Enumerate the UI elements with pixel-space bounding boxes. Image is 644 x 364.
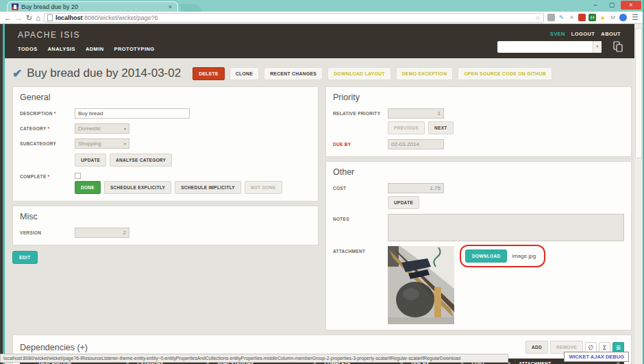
description-input[interactable]: [75, 108, 190, 119]
complete-checkbox[interactable]: [75, 173, 81, 179]
menu-item-analysis[interactable]: ANALYSIS: [48, 46, 75, 52]
category-label: CATEGORY*: [20, 123, 75, 134]
scrollbar-thumb[interactable]: [635, 28, 642, 158]
globe-extension-icon[interactable]: [619, 14, 627, 21]
delete-button[interactable]: DELETE: [193, 67, 225, 80]
subcategory-row: SUBCATEGORY Shopping▾: [20, 138, 311, 149]
entity-title: Buy bread due by 2014-03-02: [27, 66, 181, 80]
previous-button: PREVIOUS: [388, 121, 425, 134]
browser-tab[interactable]: Buy bread due by 20 ×: [7, 1, 178, 12]
download-button[interactable]: DOWNLOAD: [465, 250, 507, 263]
subcategory-label: SUBCATEGORY: [20, 138, 75, 149]
header-search: ▾: [497, 41, 602, 53]
menu-item-prototyping[interactable]: PROTOTYPING: [114, 46, 155, 52]
dependencies-title: Dependencies (+): [20, 343, 88, 352]
relative-priority-input: [388, 108, 444, 119]
user-link[interactable]: SVEN: [550, 31, 565, 37]
due-by-row: DUE BY: [333, 139, 624, 149]
cost-label: COST: [333, 183, 388, 193]
app-header: APACHE ISIS SVEN LOGOUT ABOUT TODOS ANAL…: [0, 24, 644, 58]
menu-item-admin[interactable]: ADMIN: [86, 46, 104, 52]
required-mark: *: [54, 111, 56, 116]
due-by-label: DUE BY: [333, 139, 388, 149]
subcategory-select[interactable]: Shopping▾: [75, 138, 129, 149]
complete-label: COMPLETE*: [20, 171, 75, 179]
version-row: VERSION: [20, 228, 311, 238]
logout-link[interactable]: LOGOUT: [571, 31, 595, 37]
due-by-input: [388, 139, 444, 149]
extension-icon[interactable]: [547, 14, 555, 21]
cost-actions-row: UPDATE: [388, 196, 624, 209]
new-tab-button[interactable]: [179, 4, 201, 12]
bookmark-star-icon[interactable]: ☆: [535, 14, 541, 21]
entity-columns: General DESCRIPTION* CATEGORY* Domestic▾…: [12, 82, 632, 330]
home-icon[interactable]: ⌂: [36, 13, 40, 23]
browser-titlebar: Buy bread due by 20 × – ▢ ×: [0, 0, 644, 12]
other-panel: Other COST UPDATE NOTES ATTACHMENT: [325, 161, 632, 330]
url-path: :8080/wicket/wicket/page?6: [82, 14, 158, 21]
url-bar[interactable]: localhost:8080/wicket/wicket/page?6 ☆: [44, 13, 544, 23]
asterisk-extension-icon[interactable]: ✳: [568, 14, 575, 21]
priority-panel-title: Priority: [333, 93, 624, 102]
page-scrollbar[interactable]: [634, 24, 643, 364]
required-mark: *: [48, 126, 50, 131]
back-icon[interactable]: ←: [4, 13, 12, 23]
url-text: localhost:8080/wicket/wicket/page?6: [55, 14, 158, 21]
notes-label: NOTES: [333, 214, 388, 241]
copy-icon[interactable]: [612, 41, 623, 52]
misc-panel: Misc VERSION: [12, 206, 319, 245]
category-row: CATEGORY* Domestic▾: [20, 123, 311, 134]
analyse-category-button[interactable]: ANALYSE CATEGORY: [110, 154, 172, 167]
search-input[interactable]: [497, 41, 593, 53]
demo-exception-button[interactable]: DEMO EXCEPTION: [396, 67, 454, 80]
priority-actions-row: PREVIOUS NEXT: [388, 121, 624, 134]
menu-item-todos[interactable]: TODOS: [18, 46, 38, 52]
entity-title-row: ✔ Buy bread due by 2014-03-02 DELETE CLO…: [12, 64, 632, 82]
forward-icon[interactable]: →: [15, 13, 23, 23]
edit-button[interactable]: EDIT: [12, 251, 38, 264]
schedule-implicitly-button[interactable]: SCHEDULE IMPLICITLY: [175, 181, 241, 194]
chrome-menu-icon[interactable]: ☰: [630, 13, 640, 22]
window-frame-left-accent: [3, 24, 5, 364]
schedule-explicitly-button[interactable]: SCHEDULE EXPLICITLY: [104, 181, 171, 194]
browser-status-bar: localhost:8080/wicket/wicket/page?6-IRes…: [0, 354, 508, 363]
window-minimize-button[interactable]: –: [588, 1, 603, 10]
gmail-extension-icon[interactable]: M: [609, 14, 617, 21]
window-maximize-button[interactable]: ▢: [604, 1, 619, 10]
clone-button[interactable]: CLONE: [230, 67, 259, 80]
next-button[interactable]: NEXT: [428, 121, 454, 134]
search-dropdown-icon[interactable]: ▾: [593, 41, 602, 53]
update-button[interactable]: UPDATE: [75, 154, 106, 167]
attachment-annotation: DOWNLOAD image.jpg: [460, 245, 545, 267]
attachment-image: [388, 246, 454, 324]
complete-row: COMPLETE*: [20, 171, 311, 179]
feather-extension-icon[interactable]: ✎: [558, 14, 565, 21]
drive-extension-icon[interactable]: ▲: [599, 14, 606, 21]
attachment-filename: image.jpg: [512, 253, 536, 259]
h-extension-icon[interactable]: H: [589, 14, 596, 21]
category-select[interactable]: Domestic▾: [75, 123, 129, 134]
other-panel-title: Other: [333, 167, 624, 177]
red-extension-icon[interactable]: [578, 14, 586, 21]
recent-changes-button[interactable]: RECENT CHANGES: [264, 67, 323, 80]
done-button[interactable]: DONE: [75, 181, 101, 194]
add-button[interactable]: ADD: [525, 341, 548, 354]
tab-favicon: [12, 3, 18, 10]
tab-close-icon[interactable]: ×: [167, 3, 173, 10]
open-source-code-button[interactable]: OPEN SOURCE CODE ON GITHUB: [458, 67, 552, 80]
wicket-ajax-debug-link[interactable]: WICKET AJAX DEBUG: [564, 352, 629, 362]
required-mark: *: [48, 174, 50, 179]
relative-priority-label: RELATIVE PRIORITY: [333, 108, 388, 119]
left-column: General DESCRIPTION* CATEGORY* Domestic▾…: [12, 82, 319, 264]
attachment-row: ATTACHMENT: [333, 246, 624, 324]
cost-input: [388, 183, 444, 193]
update-cost-button[interactable]: UPDATE: [388, 196, 419, 209]
window-close-button[interactable]: ×: [621, 1, 641, 10]
relative-priority-row: RELATIVE PRIORITY: [333, 108, 624, 119]
about-link[interactable]: ABOUT: [601, 31, 621, 37]
main-menu: TODOS ANALYSIS ADMIN PROTOTYPING: [18, 46, 154, 52]
refresh-icon[interactable]: ↻: [26, 13, 32, 23]
download-layout-button[interactable]: DOWNLOAD LAYOUT: [327, 67, 391, 80]
chevron-down-icon: ▾: [124, 126, 129, 131]
window-controls: – ▢ ×: [588, 1, 641, 10]
